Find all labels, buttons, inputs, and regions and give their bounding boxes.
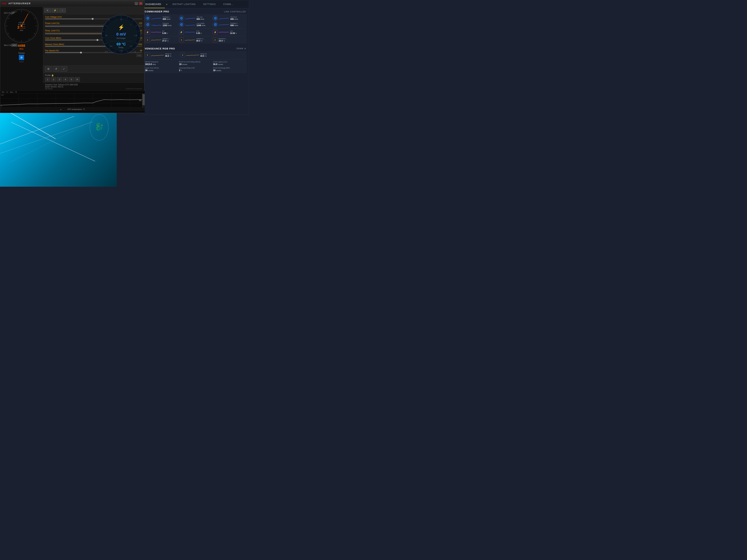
vengeance-temp2-graph xyxy=(186,53,199,57)
fan-item-1: 🌀 Radiator i... 899 RPM xyxy=(145,16,178,21)
vengeance-temp-row: 🌡 Temp #1 36.5 °C 🌡 xyxy=(145,53,246,57)
fan-info-3: Top front 899 RPM xyxy=(230,16,241,20)
svg-text:194: 194 xyxy=(109,45,112,47)
nav-add-button[interactable]: + xyxy=(165,3,169,6)
fan-info-6: Radiator i... 899 RPM xyxy=(230,22,241,26)
base-label: ▲Base xyxy=(18,22,26,23)
voltage-grid: ⚡ 5V 5.00 V ⚡ xyxy=(145,28,246,35)
afterburner-toolbar: K ⚡ i xyxy=(43,7,144,14)
lightning-button[interactable]: ⚡ xyxy=(52,8,58,12)
scrollbar-thumb[interactable] xyxy=(143,94,145,105)
fan-value-6: 899 RPM xyxy=(230,24,241,26)
startup-label: Startup xyxy=(18,52,25,54)
dram-cycle-time-value: 36 clocks xyxy=(145,69,178,72)
voltage-12v-svg xyxy=(218,30,229,35)
svg-line-0 xyxy=(0,116,74,144)
startup-windows-icon[interactable]: ⊞ xyxy=(19,55,24,60)
commander-pro-title: COMMANDER PRO xyxy=(145,10,169,13)
startup-section: Startup ⊞ 4.6.0 xyxy=(18,52,25,63)
profile-3-button[interactable]: 3 xyxy=(57,77,62,82)
graph-stats: Min : 41 Max : 78 xyxy=(2,91,17,93)
mem-button[interactable]: MEM xyxy=(11,44,18,47)
nav-dashboard[interactable]: DASHBOARD xyxy=(142,0,165,8)
voltage-33v-value: 3.35 V xyxy=(196,32,206,34)
temp-rad-exit-svg xyxy=(185,37,195,42)
close-button[interactable]: ✕ xyxy=(139,2,143,5)
dram-stats-grid: DRAM Frequency 1613.0 MHz RAS# to CAS# D… xyxy=(145,59,246,72)
voltage-5v-svg xyxy=(151,30,161,35)
vengeance-temp1-svg xyxy=(151,53,164,57)
profile-buttons: 1 2 3 4 5 H xyxy=(45,77,142,82)
info-button[interactable]: i xyxy=(59,8,66,12)
profile-h-button[interactable]: H xyxy=(75,77,80,82)
vengeance-temp1-graph xyxy=(151,53,164,57)
fan-icon-5: 🌀 xyxy=(179,22,184,27)
dram-ras-precharge-value: 18 clocks xyxy=(213,69,246,72)
fan-label-1: Radiator i... xyxy=(163,16,174,18)
fan-icon-4: 🌀 xyxy=(145,22,150,27)
reset-action-button[interactable]: ↺ xyxy=(53,66,59,72)
svg-line-2 xyxy=(9,126,83,163)
fans-grid: 🌀 Radiator i... 899 RPM 🌀 xyxy=(145,16,246,27)
svg-text:86: 86 xyxy=(134,51,136,53)
voltage-gauge-svg: 75 1 1.25 1.5 1.75 194 50 ⚡ 0 mV Voltage… xyxy=(101,14,141,55)
settings-action-button[interactable]: ⚙ xyxy=(45,66,52,72)
profile-1-button[interactable]: 1 xyxy=(45,77,50,82)
fan-icon-2: 🌀 xyxy=(179,16,184,21)
vengeance-header: VENGEANCE RGB PRO DRAM ≡ xyxy=(142,45,249,51)
fan-graph-5 xyxy=(185,22,196,27)
version-label: 4.6.0 xyxy=(18,61,25,63)
freq-mhz2: MHz xyxy=(2,48,41,50)
svg-text:32°F: 32°F xyxy=(105,51,108,53)
fan-info-5: Low intake 1249 RPM xyxy=(197,22,208,26)
svg-text:Temp.: Temp. xyxy=(118,47,124,49)
profile-5-button[interactable]: 5 xyxy=(69,77,74,82)
dram-stat-ras-cas: RAS# to CAS# Delay (tRCD) 18 clocks xyxy=(179,61,211,65)
temp-radiator-in: 🌡 radiator i... 27.3 °C xyxy=(145,37,178,42)
fan-graph-3 xyxy=(219,16,229,21)
nav-comments[interactable]: COMM... xyxy=(220,0,237,8)
vengeance-temp1: 🌡 Temp #1 36.5 °C xyxy=(145,53,178,57)
dram-stat-ras-precharge: RAS# Precharge (tRP) 18 clocks xyxy=(213,67,246,72)
dram-ras-cas-label: RAS# to CAS# Delay (tRCD) xyxy=(179,61,211,63)
nav-instant-lighting[interactable]: INSTANT LIGHTING xyxy=(169,0,199,8)
minimize-button[interactable]: _ xyxy=(135,2,138,5)
graphics-card-text: Graphics Card: Geforce GTX 1060 6GB xyxy=(45,84,142,86)
fan-value-4: 1253 RPM xyxy=(163,24,174,26)
voltage-12v-graph xyxy=(218,30,229,35)
dram-stat-frequency: DRAM Frequency 1613.0 MHz xyxy=(145,61,178,65)
profile-4-button[interactable]: 4 xyxy=(63,77,68,82)
temp-radiator-exit: 🌡 radiator e... 29.3 °C xyxy=(179,37,212,42)
vengeance-section: 🌡 Temp #1 36.5 °C 🌡 xyxy=(144,51,247,73)
fan-label-4: Exhaust xyxy=(163,22,174,24)
temp-exhaust-info: Exhaust t... 33.4 °C xyxy=(218,38,229,42)
profile-2-button[interactable]: 2 xyxy=(51,77,56,82)
voltage-33v-svg xyxy=(185,30,195,35)
fan-graph-svg-4 xyxy=(151,22,161,27)
dram-stat-cas-latency: CAS# Latency (CL) 16.0 clocks xyxy=(213,61,246,65)
dram-command-rate-value: 2 T xyxy=(179,69,211,72)
svg-text:69 °C: 69 °C xyxy=(117,42,126,46)
fan-graph-svg-5 xyxy=(185,22,196,27)
dram-menu-icon[interactable]: ≡ xyxy=(244,47,246,50)
nav-settings[interactable]: SETTINGS xyxy=(199,0,220,8)
apply-action-button[interactable]: ✓ xyxy=(60,66,67,72)
k-button[interactable]: K xyxy=(44,8,51,12)
commander-pro-section: 🌀 Radiator i... 899 RPM 🌀 xyxy=(144,14,247,44)
fan-graph-svg-2 xyxy=(185,16,196,21)
voltage-12v-value: 12.02 V xyxy=(230,32,240,34)
fan-icon-1: 🌀 xyxy=(145,16,150,21)
svg-text:0 mV: 0 mV xyxy=(117,32,126,36)
graph-area: 100 0 69 xyxy=(0,94,145,107)
graph-footer: ▲ GPU temperature, °C xyxy=(0,107,145,111)
detach-label[interactable]: DETACH xyxy=(45,88,52,90)
temp-radiator-exit-value: 29.3 °C xyxy=(196,39,206,42)
fan-graph-6 xyxy=(219,22,229,27)
fan-item-6: 🌀 Radiator i... 899 RPM xyxy=(213,22,246,27)
temp-grid: 🌡 radiator i... 27.3 °C 🌡 xyxy=(145,36,246,42)
graph-scrollbar[interactable] xyxy=(142,94,145,107)
icue-window: DASHBOARD + INSTANT LIGHTING SETTINGS CO… xyxy=(141,0,249,115)
dram-ras-precharge-label: RAS# Precharge (tRP) xyxy=(213,67,246,69)
msi-logo: msi xyxy=(2,2,6,5)
vengeance-temp2-info: Temp #2 34.5 °C xyxy=(200,53,213,57)
